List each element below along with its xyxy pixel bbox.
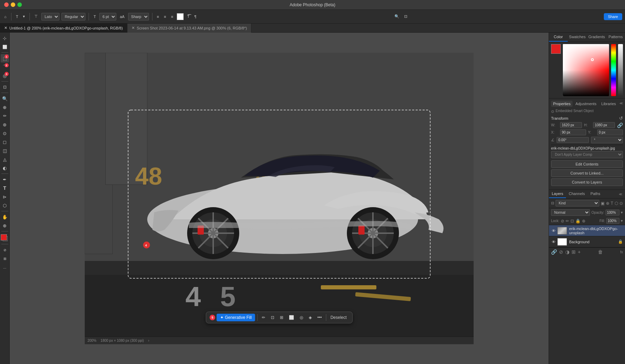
filter-pixel-btn[interactable]: ▣ (601, 201, 605, 206)
tab-gradients[interactable]: Gradients (587, 33, 607, 42)
layers-collapse-btn[interactable]: ≪ (618, 192, 623, 197)
ft-transform-btn[interactable]: ⊡ (269, 314, 276, 321)
lock-position-icon[interactable]: ✏ (566, 219, 569, 223)
layer-comp-dropdown[interactable]: Don't Apply Layer Comp (551, 151, 623, 158)
lock-extra-icon[interactable]: ⊕ (582, 219, 585, 223)
edit-contents-btn[interactable]: Edit Contents (551, 160, 623, 168)
text-size-toggle[interactable]: aA (118, 14, 126, 19)
opacity-input[interactable] (606, 210, 619, 215)
tab-color[interactable]: Color (549, 33, 568, 42)
tab-adjustments[interactable]: Adjustments (573, 101, 599, 107)
window-close-btn[interactable] (4, 2, 9, 7)
font-family-select[interactable]: Lato (41, 13, 59, 20)
color-spectrum[interactable] (563, 44, 609, 96)
tab-layers[interactable]: Layers (549, 190, 566, 198)
object-select-tool-btn[interactable]: ◎ 3 (1, 71, 9, 80)
workspace-btn[interactable]: ⊡ (403, 14, 409, 19)
new-layer-btn[interactable]: + (578, 249, 581, 255)
window-minimize-btn[interactable] (11, 2, 15, 7)
y-input[interactable] (597, 129, 623, 135)
text-orient-btn[interactable]: ⊤ (33, 14, 39, 19)
filter-shape-btn[interactable]: ⬡ (615, 201, 618, 206)
select-rect-tool-btn[interactable]: ⬚ 1 (1, 54, 9, 62)
ft-filter-btn[interactable]: ◈ (307, 314, 314, 321)
anti-alias-select[interactable]: Sharp (128, 13, 149, 20)
lock-all-icon[interactable]: 🔒 (575, 219, 581, 223)
gradient-tool-btn[interactable]: ◫ (1, 146, 9, 155)
extra-tools-btn[interactable]: … (1, 263, 9, 271)
layer-visibility-2[interactable]: 👁 (551, 239, 556, 244)
add-link-btn[interactable]: 🔗 (551, 249, 557, 255)
tab-channels[interactable]: Channels (566, 190, 588, 198)
layer-item-main[interactable]: 👁 erik-mclean-dbLgODXOPgo-unsplash (549, 225, 625, 236)
tab-secondary[interactable]: ✕ Screen Shot 2023-06-14 at 9.13.43 AM.p… (127, 24, 252, 33)
lock-artboard-icon[interactable]: ⊡ (570, 219, 574, 223)
ft-fill-btn[interactable]: ⬜ (287, 314, 296, 321)
link-dimensions-icon[interactable]: 🔗 (617, 122, 623, 128)
dodge-tool-btn[interactable]: ◐ (1, 164, 9, 172)
lock-pixel-icon[interactable]: ⊘ (561, 219, 564, 223)
canvas-image[interactable]: 48 40 (85, 53, 474, 344)
path-select-btn[interactable]: ⊳ (1, 193, 9, 201)
type-tool-btn[interactable]: T (15, 14, 20, 19)
blend-mode-select[interactable]: Normal (551, 209, 590, 216)
reset-transform-icon[interactable]: ↺ (619, 116, 623, 121)
ft-mask-btn[interactable]: ◎ (298, 314, 305, 321)
ft-brush-btn[interactable]: ✏ (260, 314, 267, 321)
opacity-slider[interactable] (618, 44, 623, 96)
layer-item-background[interactable]: 👁 Background 🔒 (549, 236, 625, 247)
align-center-btn[interactable]: ≡ (162, 14, 167, 19)
fill-input[interactable] (606, 218, 619, 224)
lasso-tool-btn[interactable]: ⌒ 2 (1, 63, 9, 71)
text-color-swatch[interactable] (177, 13, 184, 20)
history-brush-btn[interactable]: ⊙ (1, 129, 9, 137)
eraser-tool-btn[interactable]: ◻ (1, 138, 9, 146)
filter-text-btn[interactable]: T (611, 201, 613, 206)
convert-layers-btn[interactable]: Convert to Layers (551, 178, 623, 186)
shape-tool-btn[interactable]: ⬡ (1, 201, 9, 210)
fill-arrow-icon[interactable]: ▾ (621, 219, 623, 223)
search-btn[interactable]: 🔍 (393, 14, 401, 19)
x-input[interactable] (560, 129, 586, 135)
filter-adj-btn[interactable]: ⊕ (606, 201, 609, 206)
tab-patterns[interactable]: Patterns (606, 33, 625, 42)
angle-unit-select[interactable]: ° (591, 137, 623, 143)
layers-kind-select[interactable]: Kind (556, 200, 599, 206)
font-size-select[interactable]: 6 pt (99, 13, 116, 20)
warp-text-btn[interactable]: T͡ (186, 14, 191, 19)
generative-fill-btn[interactable]: ✦ Generative Fill (217, 314, 255, 321)
current-color-swatch[interactable] (551, 44, 561, 54)
width-input[interactable] (560, 122, 582, 128)
align-right-btn[interactable]: ≡ (169, 14, 174, 19)
crop-tool-btn[interactable]: ⊡ (1, 83, 9, 91)
layer-visibility-1[interactable]: 👁 (551, 228, 556, 233)
delete-layer-btn[interactable]: 🗑 (598, 249, 603, 255)
font-style-select[interactable]: Regular (61, 13, 85, 20)
clone-tool-btn[interactable]: ⊛ (1, 120, 9, 129)
character-panel-btn[interactable]: ¶ (193, 14, 198, 19)
add-adjustment-btn[interactable]: ◑ (565, 249, 569, 255)
tab-swatches[interactable]: Swatches (568, 33, 587, 42)
ft-feather-btn[interactable]: ⊞ (278, 314, 285, 321)
align-left-btn[interactable]: ≡ (156, 14, 160, 19)
convert-linked-btn[interactable]: Convert to Linked... (551, 169, 623, 177)
type-tool-lt-btn[interactable]: T (1, 184, 9, 192)
pen-tool-btn[interactable]: ✒ (1, 175, 9, 184)
tab-main[interactable]: ✕ Untitled-1 @ 200% (erik-mclean-dbLgODX… (0, 24, 127, 33)
add-mask-btn[interactable]: ⊘ (559, 249, 563, 255)
foreground-color-swatch[interactable] (1, 234, 7, 240)
heal-tool-btn[interactable]: ⊕ (1, 103, 9, 111)
eyedropper-tool-btn[interactable]: 🔍 (1, 94, 9, 103)
hue-slider[interactable] (611, 44, 616, 96)
new-group-btn[interactable]: ⊞ (572, 249, 576, 255)
artboard-tool-btn[interactable]: ⬜ (1, 43, 9, 51)
hand-tool-btn[interactable]: ✋ (1, 213, 9, 221)
window-maximize-btn[interactable] (17, 2, 22, 7)
tab-libraries[interactable]: Libraries (599, 101, 618, 107)
screen-mode-btn[interactable]: ⊞ (1, 254, 9, 263)
blur-tool-btn[interactable]: ◬ (1, 155, 9, 163)
mask-mode-btn[interactable]: ⊘ (1, 246, 9, 254)
filter-smart-btn[interactable]: ⊙ (619, 201, 623, 206)
type-options-btn[interactable]: ▾ (22, 14, 26, 19)
move-tool-btn[interactable]: ⊹ (1, 34, 9, 42)
